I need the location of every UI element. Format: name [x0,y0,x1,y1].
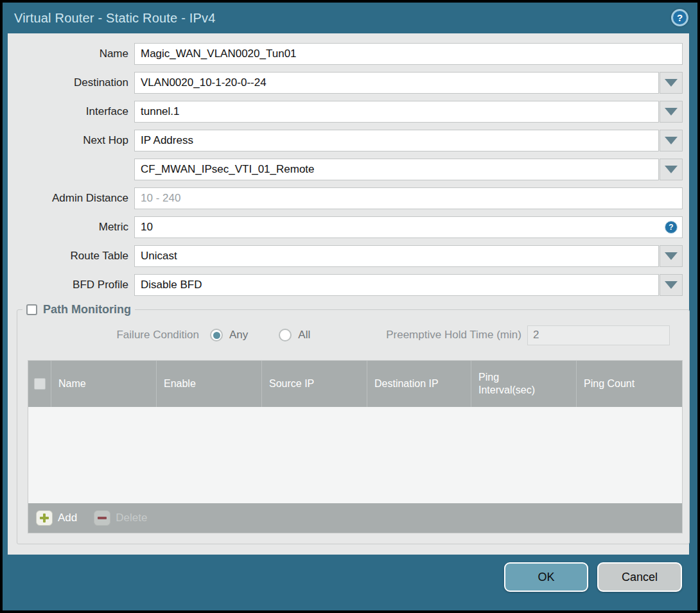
interface-label: Interface [8,105,134,118]
next-hop-type-dropdown-button[interactable] [660,130,683,151]
path-monitoring-legend: Path Monitoring [22,303,135,316]
destination-dropdown-button[interactable] [660,72,683,94]
next-hop-address-row [8,159,683,180]
metric-input[interactable] [134,216,683,238]
interface-dropdown-button[interactable] [660,101,683,123]
metric-row: Metric ? [8,216,683,238]
next-hop-row: Next Hop [8,130,683,151]
failure-condition-label: Failure Condition [17,329,199,341]
column-header-enable[interactable]: Enable [157,361,262,407]
failure-condition-any-radio[interactable] [210,329,223,341]
bfd-profile-label: BFD Profile [8,279,134,291]
path-monitoring-title: Path Monitoring [43,303,131,316]
next-hop-address-input[interactable] [134,159,659,180]
column-header-source-ip[interactable]: Source IP [262,361,367,407]
admin-distance-row: Admin Distance [8,187,683,209]
bfd-profile-input[interactable] [134,274,659,296]
admin-distance-label: Admin Distance [8,192,134,205]
column-header-ping-count[interactable]: Ping Count [577,361,682,407]
table-header-row: Name Enable Source IP Destination IP Pin… [28,361,682,407]
bfd-profile-dropdown-button[interactable] [660,274,683,296]
route-table-label: Route Table [8,250,134,263]
name-label: Name [8,47,134,60]
path-monitoring-checkbox[interactable] [26,304,37,315]
failure-condition-all-radio[interactable] [279,329,292,341]
path-monitoring-table: Name Enable Source IP Destination IP Pin… [28,360,683,533]
plus-icon [36,510,53,526]
interface-input[interactable] [134,101,659,123]
chevron-down-icon [665,137,678,144]
dialog-title: Virtual Router - Static Route - IPv4 [14,11,216,26]
next-hop-address-dropdown-button[interactable] [660,159,683,180]
column-header-destination-ip[interactable]: Destination IP [367,361,471,407]
static-route-form: Name Destination Interface [8,33,689,296]
destination-input[interactable] [134,72,659,94]
table-footer-toolbar: Add Delete [28,503,682,533]
delete-button[interactable]: Delete [94,510,147,526]
metric-info-icon[interactable]: ? [665,221,678,234]
chevron-down-icon [665,79,678,87]
metric-label: Metric [8,221,134,234]
table-header-checkbox-cell [28,361,51,407]
bfd-profile-row: BFD Profile [8,274,683,296]
help-icon[interactable]: ? [671,9,688,26]
chevron-down-icon [665,252,678,260]
destination-label: Destination [8,76,134,89]
preemptive-hold-time-input[interactable] [527,325,670,345]
name-row: Name [8,43,683,65]
interface-row: Interface [8,101,683,123]
failure-condition-all-label: All [298,329,310,341]
static-route-dialog: Virtual Router - Static Route - IPv4 ? N… [3,3,697,610]
failure-condition-row: Failure Condition Any All Preemptive Hol… [17,324,689,346]
path-monitoring-section: Path Monitoring Failure Condition Any Al… [17,303,690,544]
radio-selected-dot [213,332,220,339]
select-all-checkbox[interactable] [34,378,46,390]
table-body-empty [28,407,682,503]
column-header-ping-interval[interactable]: Ping Interval(sec) [471,361,577,407]
name-input[interactable] [134,43,683,65]
route-table-row: Route Table [8,245,683,267]
next-hop-type-input[interactable] [134,130,659,151]
next-hop-label: Next Hop [8,134,134,147]
admin-distance-input[interactable] [134,187,683,209]
add-button[interactable]: Add [36,510,77,526]
failure-condition-any-label: Any [229,329,248,341]
route-table-dropdown-button[interactable] [660,245,683,267]
chevron-down-icon [665,108,678,116]
cancel-button[interactable]: Cancel [597,562,682,592]
preemptive-hold-time-label: Preemptive Hold Time (min) [386,329,521,341]
ok-button[interactable]: OK [504,562,588,592]
route-table-input[interactable] [134,245,659,267]
column-header-name[interactable]: Name [51,361,157,407]
chevron-down-icon [665,166,678,173]
minus-icon [94,510,110,526]
dialog-footer: OK Cancel [3,555,697,610]
chevron-down-icon [665,281,678,289]
destination-row: Destination [8,72,683,94]
dialog-titlebar: Virtual Router - Static Route - IPv4 ? [3,3,697,33]
dialog-body: Name Destination Interface [8,33,689,555]
